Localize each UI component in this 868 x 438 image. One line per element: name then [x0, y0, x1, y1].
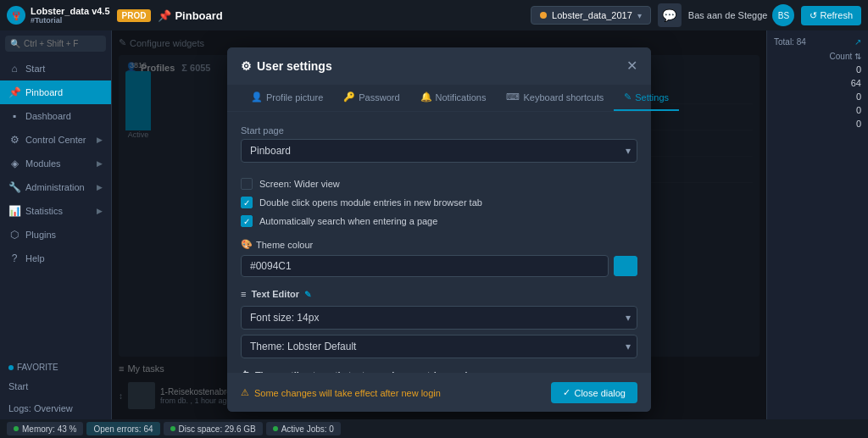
sidebar-item-pinboard[interactable]: 📌 Pinboard	[0, 80, 111, 104]
sidebar-label-fav-logs: Logs: Overview	[8, 403, 73, 413]
count-value-2: 64	[771, 76, 865, 90]
font-size-select[interactable]: Font size: 14px	[241, 306, 637, 330]
theme-colour-input[interactable]	[241, 255, 609, 277]
open-errors-label: Open errors: 64	[93, 424, 153, 434]
sidebar-label-help: Help	[25, 253, 45, 263]
modal-close-button[interactable]: ✕	[626, 58, 637, 74]
count-value-4: 0	[771, 103, 865, 117]
chat-icon-button[interactable]: 💬	[658, 3, 682, 27]
right-panel-header: Total: 84 ↗	[771, 34, 865, 50]
memory-status-dot	[14, 426, 19, 431]
tab-password[interactable]: 🔑 Password	[333, 85, 409, 111]
sidebar-item-help[interactable]: ? Help	[0, 247, 111, 270]
warning-icon: ⚠	[241, 387, 249, 398]
close-dialog-label: Close dialog	[574, 388, 626, 398]
refresh-button[interactable]: ↺ Refresh	[801, 6, 861, 25]
auto-search-checkbox[interactable]: ✓	[241, 215, 253, 227]
active-jobs-dot	[273, 426, 278, 431]
search-icon: 🔍	[10, 39, 20, 48]
home-icon: ⌂	[8, 63, 20, 75]
pinboard-title-text: Pinboard	[175, 9, 222, 22]
sidebar-label-pinboard: Pinboard	[25, 87, 63, 97]
dashboard-icon: ▪	[8, 110, 20, 122]
sidebar: 🔍 ⌂ Start 📌 Pinboard ▪ Dashboard ⚙ Contr…	[0, 30, 112, 419]
double-click-checkbox[interactable]: ✓	[241, 197, 253, 208]
chevron-right-icon-admin: ▶	[97, 183, 103, 191]
check-icon: ✓	[563, 387, 570, 398]
sidebar-item-control-center[interactable]: ⚙ Control Center ▶	[0, 128, 111, 152]
user-name: Bas aan de Stegge	[688, 10, 768, 20]
warning-message: Some changes will take effect after new …	[254, 388, 441, 398]
double-click-label: Double click opens module entries in new…	[259, 197, 482, 208]
screen-wider-checkbox[interactable]	[241, 178, 253, 190]
modal-title-text: User settings	[257, 59, 332, 73]
close-dialog-button[interactable]: ✓ Close dialog	[551, 382, 637, 403]
right-panel: Total: 84 ↗ Count ⇅ 0 64 0 0 0	[766, 30, 868, 419]
app-logo: 🦞 Lobster_data v4.5 #Tutorial	[7, 6, 110, 25]
plugins-icon: ⬡	[8, 229, 20, 241]
db-name: Lobster_data_2017	[552, 10, 632, 20]
modal-title: ⚙ User settings	[241, 59, 332, 73]
db-selector[interactable]: Lobster_data_2017 ▾	[531, 6, 651, 25]
settings-icon: ⚙	[241, 59, 252, 73]
main-layout: 🔍 ⌂ Start 📌 Pinboard ▪ Dashboard ⚙ Contr…	[0, 30, 868, 419]
tab-keyboard-label: Keyboard shortcuts	[523, 92, 604, 103]
start-page-label: Start page	[241, 125, 637, 136]
sidebar-label-fav-start: Start	[8, 381, 28, 391]
colour-swatch[interactable]	[614, 256, 637, 276]
count-label: Count	[830, 52, 853, 61]
disc-space-dot	[170, 426, 175, 431]
content-area: ✎ Configure widgets 👤 Profiles Σ 6055 38…	[112, 30, 766, 419]
sort-icon[interactable]: ⇅	[854, 52, 861, 61]
tab-password-label: Password	[359, 92, 399, 103]
sidebar-item-favorite-start[interactable]: Start	[0, 375, 111, 397]
sidebar-item-statistics[interactable]: 📊 Statistics ▶	[0, 199, 111, 223]
modal-header: ⚙ User settings ✕	[227, 47, 651, 85]
tab-profile-picture[interactable]: 👤 Profile picture	[241, 85, 333, 111]
active-jobs-label: Active Jobs: 0	[281, 424, 334, 434]
sidebar-item-modules[interactable]: ◈ Modules ▶	[0, 152, 111, 175]
tab-notifications[interactable]: 🔔 Notifications	[410, 85, 497, 111]
text-editor-edit-icon[interactable]: ✎	[304, 290, 311, 299]
user-settings-modal: ⚙ User settings ✕ 👤 Profile picture 🔑 Pa…	[227, 47, 651, 412]
sidebar-item-start[interactable]: ⌂ Start	[0, 57, 111, 80]
sidebar-item-plugins[interactable]: ⬡ Plugins	[0, 223, 111, 247]
screen-wider-label: Screen: Wider view	[259, 179, 340, 189]
search-input[interactable]	[24, 39, 101, 48]
start-page-select[interactable]: Pinboard	[241, 139, 637, 163]
notifications-tab-icon: 🔔	[420, 91, 432, 103]
count-column-header: Count ⇅	[771, 50, 865, 63]
tab-settings[interactable]: ✎ Settings	[614, 85, 679, 111]
sidebar-label-admin: Administration	[25, 182, 85, 192]
status-bar: Memory: 43 % Open errors: 64 Disc space:…	[0, 419, 868, 438]
sidebar-label-modules: Modules	[25, 158, 61, 169]
sidebar-item-dashboard[interactable]: ▪ Dashboard	[0, 104, 111, 128]
screen-wider-checkbox-row[interactable]: Screen: Wider view	[241, 175, 637, 193]
sidebar-label-control-center: Control Center	[25, 135, 86, 145]
open-errors-status: Open errors: 64	[86, 422, 159, 435]
db-status-dot	[540, 12, 547, 19]
app-name: Lobster_data v4.5	[31, 6, 110, 16]
tab-keyboard-shortcuts[interactable]: ⌨ Keyboard shortcuts	[496, 85, 614, 111]
theme-select[interactable]: Theme: Lobster Default	[241, 335, 637, 358]
sidebar-item-favorite-logs[interactable]: Logs: Overview	[0, 397, 111, 419]
auto-search-checkbox-row[interactable]: ✓ Automatically search when entering a p…	[241, 212, 637, 230]
text-editor-label: Text Editor	[251, 289, 299, 299]
disc-space-label: Disc space: 29.6 GB	[179, 424, 256, 434]
count-value-5: 0	[771, 117, 865, 130]
tab-notifications-label: Notifications	[436, 92, 487, 103]
sidebar-label-dashboard: Dashboard	[25, 111, 71, 121]
sidebar-item-administration[interactable]: 🔧 Administration ▶	[0, 175, 111, 199]
modal-tabs: 👤 Profile picture 🔑 Password 🔔 Notificat…	[227, 85, 651, 112]
search-bar[interactable]: 🔍	[5, 36, 106, 52]
count-value-1: 0	[771, 63, 865, 76]
pinboard-title-bar: 📌 Pinboard	[158, 9, 222, 22]
chevron-right-icon: ▶	[97, 136, 103, 144]
control-center-icon: ⚙	[8, 134, 20, 146]
double-click-checkbox-row[interactable]: ✓ Double click opens module entries in n…	[241, 193, 637, 212]
export-icon[interactable]: ↗	[854, 37, 861, 47]
chevron-right-icon-modules: ▶	[97, 159, 103, 168]
sidebar-label-plugins: Plugins	[25, 230, 56, 240]
settings-tab-icon: ✎	[624, 91, 632, 103]
font-size-select-wrapper: Font size: 14px	[241, 306, 637, 330]
